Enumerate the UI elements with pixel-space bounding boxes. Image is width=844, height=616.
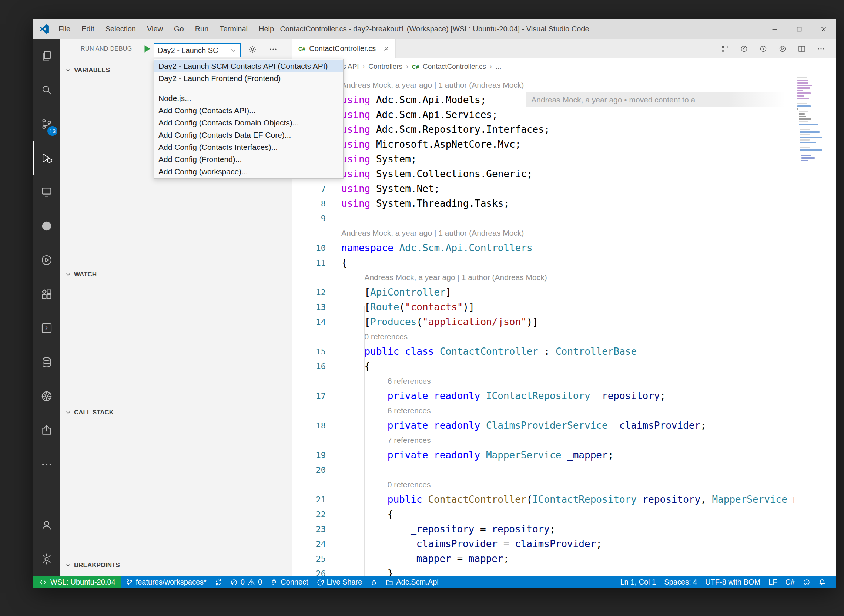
status-eol[interactable]: LF <box>765 576 781 588</box>
status-feedback[interactable] <box>799 576 815 588</box>
activity-search-icon[interactable] <box>33 73 60 107</box>
line-number[interactable]: 22 <box>293 510 326 519</box>
line-number[interactable]: 25 <box>293 554 326 563</box>
dropdown-item[interactable]: Add Config (Contacts API)... <box>154 104 343 117</box>
activity-kubernetes-icon[interactable] <box>33 379 60 413</box>
prev-change-icon[interactable] <box>740 44 748 53</box>
codelens-row[interactable]: 7 references <box>293 433 836 448</box>
minimize-button[interactable] <box>763 19 787 39</box>
line-number[interactable]: 23 <box>293 525 326 534</box>
section-call-stack[interactable]: CALL STACK <box>60 405 292 419</box>
line-number[interactable]: 19 <box>293 450 326 460</box>
codelens-text[interactable]: Andreas Mock, a year ago | 1 author (And… <box>341 78 524 92</box>
line-number[interactable]: 20 <box>293 465 326 475</box>
status-connect[interactable]: Connect <box>266 576 312 588</box>
line-number[interactable]: 15 <box>293 347 326 356</box>
panel-more-actions-icon[interactable] <box>269 45 278 54</box>
menu-file[interactable]: File <box>53 19 76 39</box>
status-language-mode[interactable]: C# <box>781 576 799 588</box>
breadcrumb-item[interactable]: Controllers <box>368 63 402 71</box>
code-area[interactable]: Andreas Mock, a year ago | 1 author (And… <box>293 75 836 576</box>
codelens-row[interactable]: Andreas Mock, a year ago | 1 author (And… <box>293 78 836 92</box>
minimap[interactable] <box>794 75 836 576</box>
codelens-text[interactable]: 7 references <box>341 433 431 448</box>
split-editor-icon[interactable] <box>797 44 806 53</box>
line-number[interactable]: 16 <box>293 362 326 371</box>
menu-terminal[interactable]: Terminal <box>214 19 253 39</box>
menu-help[interactable]: Help <box>253 19 279 39</box>
status-encoding[interactable]: UTF-8 with BOM <box>701 576 765 588</box>
codelens-text[interactable]: Andreas Mock, a year ago | 1 author (And… <box>341 226 524 241</box>
codelens-text[interactable]: Andreas Mock, a year ago | 1 author (And… <box>341 270 547 285</box>
breadcrumb-item[interactable]: ContactController.cs <box>423 63 486 71</box>
dropdown-item[interactable]: Day2 - Launch SCM Contacts API (Contacts… <box>154 60 343 72</box>
status-cursor-position[interactable]: Ln 1, Col 1 <box>616 576 660 588</box>
section-breakpoints[interactable]: BREAKPOINTS <box>60 558 292 572</box>
activity-play-circle-icon[interactable] <box>33 243 60 277</box>
run-icon[interactable] <box>778 44 787 53</box>
activity-database-icon[interactable] <box>33 345 60 379</box>
activity-settings-icon[interactable] <box>33 542 60 576</box>
codelens-row[interactable]: Andreas Mock, a year ago | 1 author (And… <box>293 226 836 241</box>
codelens-row[interactable]: 6 references <box>293 403 836 418</box>
line-number[interactable]: 14 <box>293 317 326 327</box>
line-number[interactable]: 26 <box>293 569 326 576</box>
dropdown-item[interactable]: Node.js... <box>154 92 343 104</box>
menu-selection[interactable]: Selection <box>100 19 141 39</box>
debug-config-picker[interactable]: Day2 - Launch SC <box>154 43 241 57</box>
tab-contactcontroller[interactable]: C# ContactController.cs <box>293 39 396 59</box>
line-number[interactable]: 13 <box>293 303 326 312</box>
close-button[interactable] <box>812 19 836 39</box>
menu-run[interactable]: Run <box>190 19 214 39</box>
line-number[interactable]: 21 <box>293 495 326 504</box>
tab-close-icon[interactable] <box>383 45 390 52</box>
status-indentation[interactable]: Spaces: 4 <box>660 576 701 588</box>
activity-test-explorer-icon[interactable]: Σ <box>33 311 60 345</box>
status-project[interactable]: Adc.Scm.Api <box>382 576 443 588</box>
line-number[interactable]: 7 <box>293 184 326 194</box>
codelens-text[interactable]: 6 references <box>341 403 431 418</box>
line-number[interactable]: 18 <box>293 421 326 430</box>
start-debugging-button[interactable] <box>142 44 152 54</box>
dropdown-item[interactable]: Add Config (Contacts Interfaces)... <box>154 141 343 153</box>
codelens-row[interactable]: 0 references <box>293 477 836 492</box>
line-number[interactable]: 17 <box>293 392 326 401</box>
menu-edit[interactable]: Edit <box>76 19 100 39</box>
menu-view[interactable]: View <box>141 19 168 39</box>
activity-remote-explorer-icon[interactable] <box>33 175 60 209</box>
codelens-text[interactable]: 0 references <box>341 477 431 492</box>
launch-config-gear-icon[interactable] <box>248 45 257 54</box>
activity-accounts-icon[interactable] <box>33 508 60 542</box>
dropdown-item[interactable]: Add Config (workspace)... <box>154 166 343 177</box>
remote-indicator[interactable]: WSL: Ubuntu-20.04 <box>33 576 121 588</box>
activity-run-and-debug-icon[interactable] <box>33 141 60 175</box>
codelens-row[interactable]: 6 references <box>293 374 836 389</box>
activity-share-icon[interactable] <box>33 413 60 447</box>
dropdown-item[interactable]: Add Config (Contacts Domain Objects)... <box>154 117 343 129</box>
next-change-icon[interactable] <box>759 44 768 53</box>
status-sync[interactable] <box>211 576 226 588</box>
line-number[interactable]: 8 <box>293 199 326 208</box>
activity-more-icon[interactable] <box>33 447 60 481</box>
dropdown-item[interactable]: Add Config (Frontend)... <box>154 153 343 166</box>
line-number[interactable]: 12 <box>293 288 326 297</box>
open-changes-icon[interactable] <box>720 44 729 53</box>
activity-extensions-icon[interactable] <box>33 277 60 311</box>
breadcrumb[interactable]: ts API›Controllers›C#ContactController.c… <box>293 59 836 75</box>
status-flame[interactable] <box>366 576 382 588</box>
dropdown-item[interactable]: Add Config (Contacts Data EF Core)... <box>154 129 343 141</box>
status-live-share[interactable]: Live Share <box>312 576 366 588</box>
menu-go[interactable]: Go <box>168 19 190 39</box>
status-notifications[interactable] <box>815 576 830 588</box>
breadcrumb-item[interactable]: ... <box>496 63 501 71</box>
codelens-row[interactable]: 0 references <box>293 329 836 344</box>
codelens-text[interactable]: 0 references <box>341 329 407 344</box>
codelens-text[interactable]: 6 references <box>341 374 431 389</box>
dropdown-item[interactable]: Day2 - Launch Frontend (Frontend) <box>154 72 343 84</box>
line-number[interactable]: 11 <box>293 258 326 267</box>
line-number[interactable]: 9 <box>293 214 326 223</box>
activity-source-control-icon[interactable]: 13 <box>33 107 60 141</box>
activity-github-icon[interactable] <box>33 209 60 243</box>
activity-explorer-icon[interactable] <box>33 39 60 73</box>
status-problems[interactable]: 00 <box>226 576 266 588</box>
